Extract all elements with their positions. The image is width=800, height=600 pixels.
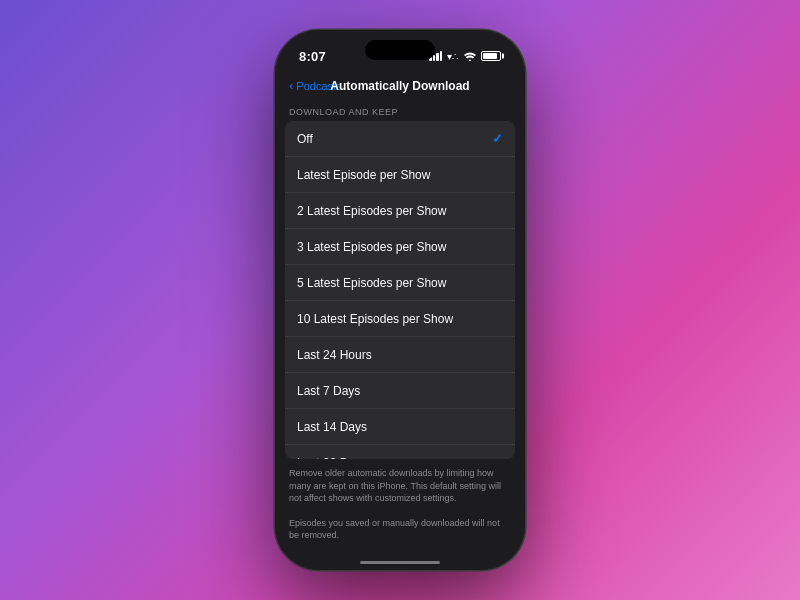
list-item-off-label: Off <box>297 132 313 146</box>
list-item-10-latest[interactable]: 10 Latest Episodes per Show <box>285 301 515 337</box>
section-header: DOWNLOAD AND KEEP <box>275 101 525 121</box>
checkmark-icon: ✓ <box>492 131 503 146</box>
home-indicator-bar <box>360 561 440 564</box>
nav-bar: ‹ Podcasts Automatically Download <box>275 74 525 101</box>
list-item-2-latest-label: 2 Latest Episodes per Show <box>297 204 446 218</box>
list-item-last-7-label: Last 7 Days <box>297 384 360 398</box>
phone-screen: 8:07 ▾∴ ‹ Podcasts <box>275 30 525 570</box>
list-item-last-14[interactable]: Last 14 Days <box>285 409 515 445</box>
wifi-icon-svg <box>464 52 476 61</box>
list-item-3-latest[interactable]: 3 Latest Episodes per Show <box>285 229 515 265</box>
phone-frame: 8:07 ▾∴ ‹ Podcasts <box>275 30 525 570</box>
list-item-latest-episode[interactable]: Latest Episode per Show <box>285 157 515 193</box>
status-icons: ▾∴ <box>429 51 501 62</box>
list-item-10-latest-label: 10 Latest Episodes per Show <box>297 312 453 326</box>
status-time: 8:07 <box>299 49 326 64</box>
page-title: Automatically Download <box>330 79 469 93</box>
list-item-latest-episode-label: Latest Episode per Show <box>297 168 430 182</box>
download-keep-list: Off ✓ Latest Episode per Show 2 Latest E… <box>285 121 515 459</box>
dynamic-island <box>365 40 435 60</box>
footer-text-2: Episodes you saved or manually downloade… <box>275 509 525 546</box>
chevron-left-icon: ‹ <box>289 78 293 93</box>
list-item-3-latest-label: 3 Latest Episodes per Show <box>297 240 446 254</box>
scroll-area: DOWNLOAD AND KEEP Off ✓ Latest Episode p… <box>275 101 525 546</box>
battery-icon <box>481 51 501 61</box>
list-item-2-latest[interactable]: 2 Latest Episodes per Show <box>285 193 515 229</box>
list-item-off[interactable]: Off ✓ <box>285 121 515 157</box>
svg-point-0 <box>469 59 471 61</box>
list-item-last-24[interactable]: Last 24 Hours <box>285 337 515 373</box>
list-item-last-30[interactable]: Last 30 Days <box>285 445 515 459</box>
list-item-last-7[interactable]: Last 7 Days <box>285 373 515 409</box>
list-item-5-latest[interactable]: 5 Latest Episodes per Show <box>285 265 515 301</box>
list-item-5-latest-label: 5 Latest Episodes per Show <box>297 276 446 290</box>
list-item-last-14-label: Last 14 Days <box>297 420 367 434</box>
footer-text-1: Remove older automatic downloads by limi… <box>275 459 525 509</box>
wifi-icon: ▾∴ <box>447 51 458 62</box>
list-item-last-24-label: Last 24 Hours <box>297 348 372 362</box>
home-indicator <box>275 546 525 570</box>
